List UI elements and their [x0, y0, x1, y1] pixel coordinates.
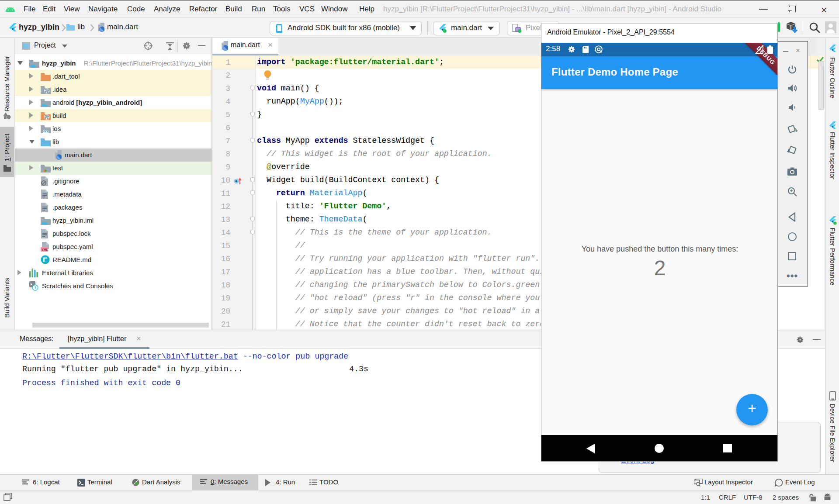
svg-text:YML: YML	[42, 248, 49, 251]
